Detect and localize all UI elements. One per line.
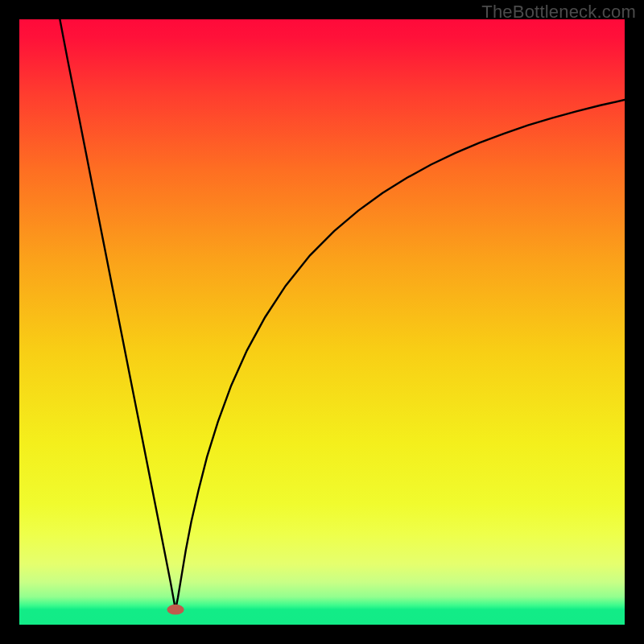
bottleneck-chart [19,19,625,625]
minimum-marker [167,605,184,615]
gradient-background [19,19,625,625]
chart-frame [19,19,625,625]
